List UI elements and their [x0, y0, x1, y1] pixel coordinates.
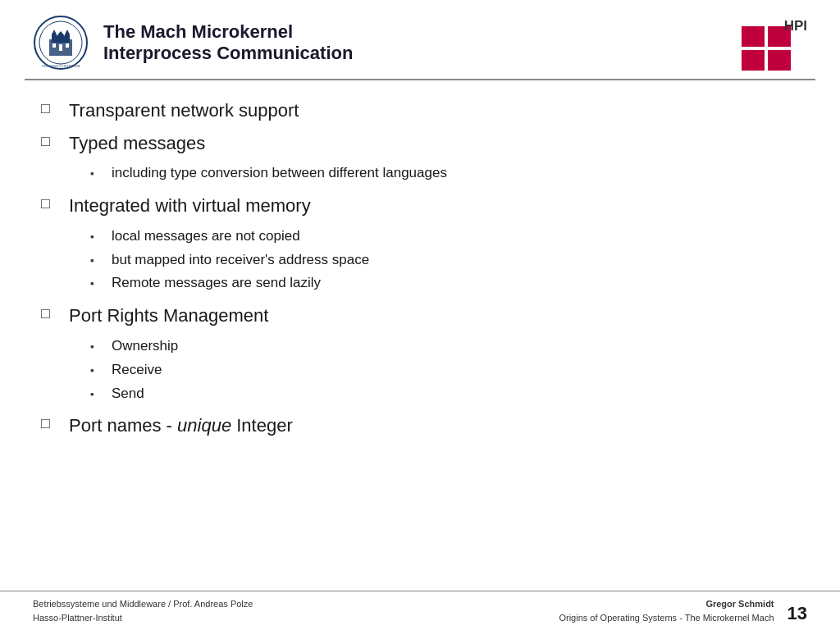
bullet-3: □ Integrated with virtual memory: [41, 194, 799, 218]
sub-bullet-3-2: ▪ but mapped into receiver's address spa…: [90, 250, 799, 270]
bullet-2-subs: ▪ including type conversion between diff…: [90, 163, 799, 187]
bullet-4-subs: ▪ Ownership ▪ Receive ▪ Send: [90, 336, 799, 407]
sub-bullet-2-1: ▪ including type conversion between diff…: [90, 163, 799, 183]
footer-right: Gregor Schmidt Origins of Operating Syst…: [559, 597, 807, 624]
sub-bullet-4-2-text: Receive: [112, 360, 162, 380]
sub-bullet-4-2: ▪ Receive: [90, 360, 799, 380]
bullet-1: □ Transparent network support: [41, 98, 799, 123]
svg-rect-11: [59, 44, 62, 51]
sub-bullet-4-1: ▪ Ownership: [90, 336, 799, 356]
svg-text:UNIVERSITÄT POTSDAM: UNIVERSITÄT POTSDAM: [42, 64, 80, 68]
sub-bullet-3-2-text: but mapped into receiver's address space: [112, 250, 369, 270]
content-area: □ Transparent network support □ Typed me…: [0, 80, 840, 591]
hpi-cell-tl: [742, 26, 765, 47]
sub-bullet-4-1-icon: ▪: [90, 340, 103, 353]
hpi-cell-br: [768, 50, 791, 71]
footer-right-text: Gregor Schmidt Origins of Operating Syst…: [559, 597, 774, 624]
sub-bullet-3-3-text: Remote messages are send lazily: [112, 273, 321, 293]
title-block: The Mach Microkernel Interprocess Commun…: [103, 21, 353, 64]
bullet-3-subs: ▪ local messages are not copied ▪ but ma…: [90, 226, 799, 297]
svg-rect-3: [52, 34, 57, 43]
svg-rect-4: [65, 34, 70, 43]
svg-rect-5: [57, 36, 65, 43]
bullet-1-icon: □: [41, 100, 61, 117]
university-logo: UNIVERSITÄT POTSDAM: [33, 15, 89, 71]
footer: Betriebssysteme und Middleware / Prof. A…: [0, 591, 840, 630]
svg-marker-8: [57, 31, 65, 36]
hpi-text: HPI: [784, 18, 807, 34]
sub-bullet-4-2-icon: ▪: [90, 364, 103, 377]
bullet-3-icon: □: [41, 195, 61, 212]
bullet-5-italic: unique: [177, 415, 231, 436]
bullet-5: □ Port names - unique Integer: [41, 413, 799, 438]
footer-left-line1: Betriebssysteme und Middleware / Prof. A…: [33, 597, 253, 611]
header-left: UNIVERSITÄT POTSDAM The Mach Microkernel…: [33, 15, 353, 71]
sub-bullet-3-2-icon: ▪: [90, 254, 103, 267]
sub-bullet-4-3-text: Send: [112, 384, 144, 404]
footer-left: Betriebssysteme und Middleware / Prof. A…: [33, 597, 253, 624]
svg-rect-9: [52, 43, 56, 48]
header: UNIVERSITÄT POTSDAM The Mach Microkernel…: [0, 0, 840, 79]
sub-bullet-3-1: ▪ local messages are not copied: [90, 226, 799, 246]
bullet-2-text: Typed messages: [69, 131, 205, 156]
footer-left-line2: Hasso-Plattner-Institut: [33, 611, 253, 625]
bullet-1-text: Transparent network support: [69, 98, 299, 123]
svg-marker-7: [65, 30, 70, 34]
svg-rect-10: [66, 43, 69, 48]
bullet-3-text: Integrated with virtual memory: [69, 194, 311, 218]
sub-bullet-3-1-icon: ▪: [90, 231, 103, 243]
sub-bullet-4-3-icon: ▪: [90, 388, 103, 400]
bullet-5-text: Port names - unique Integer: [69, 413, 293, 438]
title-line2: Interprocess Communication: [103, 43, 353, 64]
hpi-cell-bl: [742, 50, 765, 71]
footer-author: Gregor Schmidt: [559, 597, 774, 611]
bullet-4: □ Port Rights Management: [41, 304, 799, 328]
sub-bullet-4-3: ▪ Send: [90, 384, 799, 404]
bullet-5-icon: □: [41, 415, 61, 432]
sub-bullet-4-1-text: Ownership: [112, 336, 178, 356]
title-line1: The Mach Microkernel: [103, 21, 353, 43]
footer-course: Origins of Operating Systems - The Micro…: [559, 611, 774, 625]
bullet-5-prefix: Port names -: [69, 415, 177, 436]
footer-page-number: 13: [788, 603, 807, 624]
sub-bullet-3-3-icon: ▪: [90, 277, 103, 290]
bullet-2-icon: □: [41, 133, 61, 150]
bullet-4-text: Port Rights Management: [69, 304, 268, 328]
bullet-4-icon: □: [41, 305, 61, 322]
sub-bullet-2-1-icon: ▪: [90, 167, 103, 180]
bullet-5-suffix: Integer: [231, 415, 293, 436]
sub-bullet-3-1-text: local messages are not copied: [112, 226, 300, 246]
sub-bullet-2-1-text: including type conversion between differ…: [112, 163, 447, 183]
svg-marker-6: [52, 30, 57, 34]
sub-bullet-3-3: ▪ Remote messages are send lazily: [90, 273, 799, 293]
bullet-2: □ Typed messages: [41, 131, 799, 156]
hpi-logo-container: HPI: [742, 15, 807, 71]
slide: UNIVERSITÄT POTSDAM The Mach Microkernel…: [0, 0, 840, 630]
